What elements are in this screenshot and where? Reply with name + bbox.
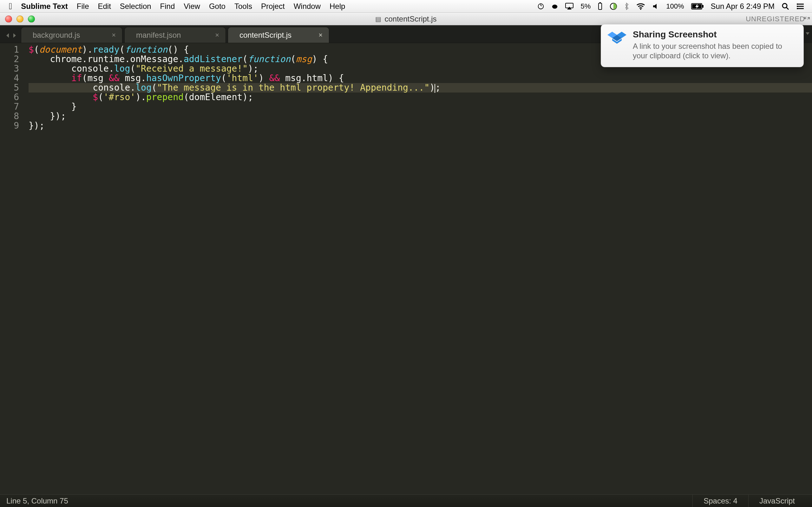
window-minimize-button[interactable]	[16, 15, 23, 22]
line-number: 2	[0, 55, 19, 64]
line-number: 5	[0, 83, 19, 93]
menubar-clock[interactable]: Sun Apr 6 2:49 PM	[711, 2, 774, 11]
svg-rect-11	[702, 5, 704, 8]
line-number: 6	[0, 93, 19, 102]
close-icon[interactable]: ×	[215, 31, 219, 39]
tab-background-js[interactable]: background.js ×	[21, 27, 122, 43]
code-area[interactable]: $(document).ready(function() { chrome.ru…	[26, 43, 812, 494]
line-number: 4	[0, 73, 19, 83]
svg-marker-23	[806, 32, 809, 35]
syntax-selector[interactable]: JavaScript	[748, 495, 806, 507]
window-close-button[interactable]	[5, 15, 12, 22]
volume-icon[interactable]	[652, 3, 659, 10]
indentation-label: Spaces: 4	[704, 497, 738, 505]
nav-back-button[interactable]	[5, 33, 11, 38]
svg-marker-22	[13, 33, 16, 38]
menu-find[interactable]: Find	[160, 2, 175, 11]
code-editor[interactable]: 123456789 $(document).ready(function() {…	[0, 43, 812, 494]
phone-battery-icon[interactable]	[598, 2, 603, 10]
battery-2-percent[interactable]: 100%	[666, 2, 684, 10]
svg-point-18	[797, 3, 798, 5]
menuextra-app-icon[interactable]	[551, 3, 558, 10]
line-number: 8	[0, 112, 19, 121]
svg-point-20	[797, 8, 798, 9]
dropbox-icon	[607, 30, 627, 50]
app-menu[interactable]: Sublime Text	[21, 2, 68, 11]
menu-window[interactable]: Window	[294, 2, 321, 11]
close-icon[interactable]: ×	[112, 31, 116, 39]
indentation-selector[interactable]: Spaces: 4	[693, 495, 748, 507]
svg-marker-8	[653, 4, 657, 9]
line-number: 7	[0, 102, 19, 112]
svg-rect-5	[600, 2, 601, 3]
cursor-position: Line 5, Column 75	[6, 497, 68, 505]
menu-project[interactable]: Project	[261, 2, 285, 11]
editor-window: background.js × manifest.json × contentS…	[0, 25, 812, 494]
fullscreen-button[interactable]	[803, 14, 811, 22]
close-icon[interactable]: ×	[318, 31, 322, 39]
svg-point-19	[797, 6, 798, 7]
menu-help[interactable]: Help	[329, 2, 345, 11]
svg-point-13	[782, 3, 787, 8]
window-titlebar[interactable]: ▤ contentScript.js UNREGISTERED	[0, 13, 812, 25]
code-line[interactable]: });	[29, 121, 812, 130]
minimap-toggle[interactable]	[803, 25, 812, 43]
code-line[interactable]: if(msg && msg.hasOwnProperty('html') && …	[29, 73, 812, 83]
apple-menu-icon[interactable]: 	[9, 2, 12, 11]
spotlight-icon[interactable]	[781, 3, 789, 10]
code-line[interactable]: });	[29, 112, 812, 121]
line-number: 3	[0, 64, 19, 73]
code-line[interactable]: }	[29, 102, 812, 112]
notification-body: A link to your screenshot has been copie…	[633, 42, 797, 60]
status-bar: Line 5, Column 75 Spaces: 4 JavaScript	[0, 494, 812, 507]
svg-marker-21	[6, 33, 9, 38]
bluetooth-icon[interactable]	[624, 3, 629, 10]
dropbox-notification[interactable]: Sharing Screenshot A link to your screen…	[601, 24, 804, 67]
nav-forward-button[interactable]	[11, 33, 17, 38]
disk-icon[interactable]	[610, 3, 617, 10]
airplay-icon[interactable]	[565, 3, 573, 10]
macos-menubar:  Sublime Text File Edit Selection Find …	[0, 0, 812, 13]
battery-1-percent[interactable]: 5%	[580, 2, 591, 10]
code-line[interactable]: $('#rso').prepend(domElement);	[29, 93, 812, 102]
svg-point-7	[640, 9, 641, 10]
svg-rect-4	[599, 3, 602, 9]
tab-label: background.js	[33, 31, 80, 40]
menu-tools[interactable]: Tools	[235, 2, 252, 11]
code-line[interactable]: console.log("The message is in the html …	[29, 83, 812, 93]
title-document-icon: ▤	[375, 15, 381, 23]
tab-label: manifest.json	[136, 31, 181, 40]
notification-center-icon[interactable]	[796, 3, 804, 10]
tab-manifest-json[interactable]: manifest.json ×	[124, 27, 226, 43]
notification-title: Sharing Screenshot	[633, 30, 797, 40]
tab-contentscript-js[interactable]: contentScript.js ×	[228, 27, 329, 43]
line-number-gutter: 123456789	[0, 43, 26, 494]
menu-file[interactable]: File	[77, 2, 89, 11]
svg-line-14	[786, 7, 789, 9]
window-title: contentScript.js	[385, 14, 437, 23]
svg-point-1	[552, 4, 558, 9]
syntax-label: JavaScript	[759, 497, 795, 505]
wifi-icon[interactable]	[636, 3, 645, 10]
menu-selection[interactable]: Selection	[120, 2, 151, 11]
registration-status: UNREGISTERED	[746, 15, 805, 23]
menu-edit[interactable]: Edit	[98, 2, 111, 11]
tab-label: contentScript.js	[240, 31, 292, 40]
menu-goto[interactable]: Goto	[209, 2, 225, 11]
battery-icon[interactable]	[691, 3, 704, 9]
window-zoom-button[interactable]	[28, 15, 35, 22]
line-number: 9	[0, 121, 19, 130]
line-number: 1	[0, 45, 19, 55]
menuextra-circle-icon[interactable]	[537, 3, 544, 10]
menu-view[interactable]: View	[184, 2, 200, 11]
